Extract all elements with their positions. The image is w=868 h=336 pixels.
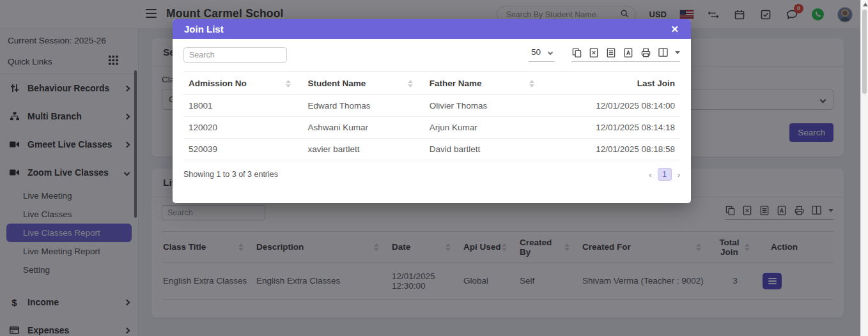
excel-export-icon[interactable] (589, 47, 599, 57)
table-row: 120020 Ashwani Kumar Arjun Kumar 12/01/2… (183, 117, 680, 139)
csv-export-icon[interactable] (606, 47, 616, 57)
cell-father-name: David bartlett (424, 139, 546, 160)
table-row: 520039 xavier bartlett David bartlett 12… (183, 139, 680, 160)
cell-admission-no: 18001 (183, 95, 302, 117)
page-length-select[interactable]: 50 (529, 47, 555, 62)
prev-page-arrow[interactable]: ‹ (649, 170, 651, 179)
modal-title: Join List (184, 24, 224, 34)
join-list-modal: Join List ✕ 50 (173, 19, 691, 203)
sort-icon[interactable] (408, 80, 413, 88)
cell-father-name: Olivier Thomas (424, 95, 546, 117)
scrollbar-up-arrow[interactable] (863, 3, 868, 6)
page-length-value: 50 (531, 47, 541, 57)
cell-student-name: Edward Thomas (302, 95, 424, 117)
cell-admission-no: 120020 (183, 117, 302, 139)
scrollbar-thumb[interactable] (862, 10, 867, 94)
copy-icon[interactable] (571, 47, 582, 57)
pdf-export-icon[interactable] (623, 47, 633, 57)
cell-father-name: Arjun Kumar (424, 117, 546, 139)
modal-export-toolbar (571, 47, 680, 62)
column-visibility-icon[interactable] (658, 47, 668, 57)
print-icon[interactable] (640, 47, 651, 57)
page-number-active[interactable]: 1 (658, 168, 672, 181)
caret-down-icon[interactable] (675, 51, 680, 54)
next-page-arrow[interactable]: › (678, 170, 680, 179)
cell-last-join: 12/01/2025 08:14:18 (546, 117, 680, 139)
cell-admission-no: 520039 (183, 139, 302, 160)
cell-student-name: Ashwani Kumar (302, 117, 424, 139)
chevron-down-icon (548, 49, 553, 54)
join-list-table: Admission No Student Name Father Name La… (183, 72, 680, 160)
app-screen: Mount Carmel School USD 0 (0, 0, 868, 336)
cell-student-name: xavier bartlett (302, 139, 424, 160)
modal-search-input[interactable] (183, 47, 287, 63)
entries-info: Showing 1 to 3 of 3 entries (183, 170, 278, 179)
sort-icon[interactable] (286, 80, 291, 88)
modal-header: Join List ✕ (173, 19, 691, 39)
pagination: ‹ 1 › (649, 168, 680, 181)
table-header-row: Admission No Student Name Father Name La… (183, 72, 680, 95)
vertical-scrollbar[interactable] (860, 0, 868, 336)
table-row: 18001 Edward Thomas Olivier Thomas 12/01… (183, 95, 680, 117)
cell-last-join: 12/01/2025 08:14:00 (546, 95, 680, 117)
cell-last-join: 12/01/2025 08:18:58 (546, 139, 680, 160)
close-icon[interactable]: ✕ (670, 24, 679, 34)
sort-icon[interactable] (529, 80, 534, 88)
